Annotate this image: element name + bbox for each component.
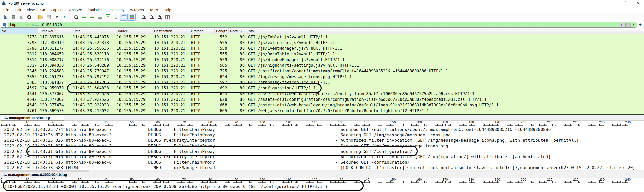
- zoom-normal-icon[interactable]: =: [156, 14, 163, 21]
- zoom-in-icon[interactable]: +: [140, 14, 147, 21]
- cell-length: 623: [215, 91, 229, 97]
- log-line[interactable]: 2022-02-10 11:43:31,616 http-nio-80-exec…: [0, 160, 644, 165]
- log-message: - Securing GET /img/message/message_icon…: [335, 132, 451, 138]
- cell-time: 11:43:37,922526: [71, 91, 115, 97]
- packet-row-3812[interactable]: 3812118.08465911:43:25,63011810.155.15.2…: [0, 51, 644, 57]
- menu-file[interactable]: File: [1, 8, 12, 12]
- cell-destination: 10.151.220.21: [152, 51, 189, 57]
- column-header-time[interactable]: Time: [71, 28, 115, 34]
- maximize-button[interactable]: [620, 0, 632, 6]
- save-file-icon[interactable]: [45, 14, 52, 21]
- capture-start-icon[interactable]: [2, 14, 9, 21]
- cell-time: 11:43:37,922526: [71, 97, 115, 102]
- packet-row-3793[interactable]: 3793117.98391911:43:25,52937810.155.15.2…: [0, 40, 644, 46]
- colorize-icon[interactable]: [128, 14, 136, 21]
- cell-protocol: HTTP: [189, 40, 215, 46]
- packet-row-3846[interactable]: 3846118.22458811:43:25,77004710.155.15.2…: [0, 68, 644, 74]
- packet-row-4761[interactable]: 4761130.66957311:43:38,21503210.155.15.2…: [0, 108, 644, 114]
- cell-portdst: 80: [229, 40, 246, 46]
- cell-timerel: 124.059379: [38, 85, 71, 91]
- wireshark-logo-icon: [2, 1, 6, 5]
- filter-bookmark-button[interactable]: [1, 22, 8, 27]
- log-line[interactable]: 2022-02-10 11:43:31,615 http-nio-80-exec…: [0, 149, 644, 154]
- apply-filter-button[interactable]: →: [625, 23, 631, 27]
- log-line[interactable]: 2022-02-10 11:43:25,825 http-nio-80-exec…: [0, 143, 644, 149]
- column-header-no[interactable]: No.: [0, 28, 38, 34]
- go-back-icon[interactable]: ←: [80, 14, 88, 21]
- open-file-icon[interactable]: [37, 14, 44, 21]
- column-header-destination[interactable]: Destination: [152, 28, 189, 34]
- menu-statistics[interactable]: Statistics: [85, 8, 105, 12]
- packet-row-4641[interactable]: 4641130.37706711:43:37,92252610.155.15.2…: [0, 91, 644, 97]
- cell-protocol: HTTP: [189, 51, 215, 57]
- display-filter-input[interactable]: http and ip.src == 10.155.15.29: [8, 23, 619, 27]
- column-header-info[interactable]: Info: [246, 28, 644, 34]
- log-line[interactable]: 2022-02-10 11:43:33,588 LMT#4INFOLockMan…: [0, 165, 644, 170]
- cell-timerel: 118.084659: [38, 51, 71, 57]
- packet-row-3863[interactable]: 3863118.56182711:43:26,10728610.155.15.2…: [0, 80, 644, 85]
- log-line[interactable]: 2022-02-10 11:43:31,615 http-nio-80-exec…: [0, 154, 644, 160]
- cell-time: 11:43:25,634176: [71, 57, 115, 63]
- packet-row-4597[interactable]: 4597124.05937911:43:31,60483810.155.15.2…: [0, 85, 644, 91]
- hscrollbar-thumb[interactable]: [0, 170, 89, 172]
- column-header-source[interactable]: Source: [115, 28, 152, 34]
- go-top-icon[interactable]: ↑: [104, 14, 112, 21]
- close-button[interactable]: ×: [632, 0, 644, 6]
- packet-row-4642[interactable]: 4642130.37706711:43:37,92252610.155.15.2…: [0, 97, 644, 102]
- packet-row-3778[interactable]: 3778117.89761611:43:25,44307510.155.15.2…: [0, 34, 644, 40]
- menu-analyze[interactable]: Analyze: [66, 8, 85, 12]
- column-header-timerel[interactable]: TimeRel: [38, 28, 71, 34]
- cell-time: 11:43:26,107286: [71, 80, 115, 85]
- go-forward-icon[interactable]: →: [88, 14, 96, 21]
- cell-timerel: 117.897616: [38, 34, 71, 40]
- go-to-packet-icon[interactable]: →: [96, 14, 104, 21]
- ruler-number: 150: [390, 178, 396, 181]
- service-log-hscrollbar[interactable]: [0, 170, 644, 172]
- packet-row-3855[interactable]: 3855118.25173311:43:25,79719210.155.15.2…: [0, 74, 644, 80]
- cell-destination: 10.151.220.21: [152, 80, 189, 85]
- packet-list: 3778117.89761611:43:25,44307510.155.15.2…: [0, 34, 644, 114]
- menu-edit[interactable]: Edit: [12, 8, 24, 12]
- menu-tools[interactable]: Tools: [147, 8, 161, 12]
- menu-help[interactable]: Help: [161, 8, 174, 12]
- filter-dropdown-arrow[interactable]: ▼: [632, 24, 637, 26]
- packet-row-3796[interactable]: 3796118.01117711:43:25,55663610.155.15.2…: [0, 46, 644, 51]
- find-packet-icon[interactable]: [72, 14, 80, 21]
- log-line[interactable]: 2022-02-10 11:43:25,822 http-nio-80-exec…: [0, 132, 644, 138]
- ruler-number: 140: [364, 178, 369, 181]
- capture-restart-icon[interactable]: [18, 14, 25, 21]
- log-level: DEBUG: [139, 154, 161, 160]
- log-timestamp: 2022-02-10 11:43:31,615 http-nio-80-exec…: [4, 149, 112, 154]
- capture-options-icon[interactable]: [26, 14, 33, 21]
- bookmark-icon: [3, 23, 6, 27]
- close-file-icon[interactable]: ×: [53, 14, 60, 21]
- cell-protocol: HTTP: [189, 57, 215, 63]
- reload-file-icon[interactable]: ↻: [61, 14, 68, 21]
- cell-time: 11:43:25,529378: [71, 40, 115, 46]
- tab-management-tomcat-log[interactable]: 1.. management-tomcat.2022-02-10.log: [0, 172, 70, 178]
- log-line[interactable]: 2022-02-10 11:43:25,774 http-nio-80-exec…: [0, 127, 644, 132]
- packet-row-3817[interactable]: 3817118.09483011:43:25,64028910.155.15.2…: [0, 63, 644, 68]
- resize-columns-icon[interactable]: [164, 14, 171, 21]
- packet-row-4643[interactable]: 4643130.37747411:43:37,92293310.155.15.2…: [0, 102, 644, 108]
- column-header-length[interactable]: Length: [215, 28, 229, 34]
- column-header-protocol[interactable]: Protocol: [189, 28, 215, 34]
- menu-view[interactable]: View: [24, 8, 37, 12]
- menu-go[interactable]: Go: [37, 8, 48, 12]
- column-header-portdst[interactable]: PortDST: [229, 28, 246, 34]
- packet-row-3814[interactable]: 3814118.08871711:43:25,63417610.155.15.2…: [0, 57, 644, 63]
- auto-scroll-icon[interactable]: [120, 14, 128, 21]
- go-bottom-icon[interactable]: ↓: [112, 14, 120, 21]
- menu-capture[interactable]: Capture: [48, 8, 66, 12]
- log-line[interactable]: 2022-02-10 11:43:25,825 http-nio-80-exec…: [0, 138, 644, 143]
- ruler-number: 220: [573, 178, 578, 181]
- add-filter-button[interactable]: +: [637, 22, 643, 28]
- log-line[interactable]: [10/Feb/2022:11:43:31 +0200] 10.155.15.2…: [5, 184, 328, 189]
- menu-wireless[interactable]: Wireless: [127, 8, 147, 12]
- clear-filter-button[interactable]: ×: [619, 23, 624, 27]
- zoom-out-icon[interactable]: −: [148, 14, 155, 21]
- capture-stop-icon[interactable]: [10, 14, 17, 21]
- tab-management-service-log[interactable]: 1.. management-service.log: [1, 115, 64, 121]
- menu-telephony[interactable]: Telephony: [105, 8, 127, 12]
- minimize-button[interactable]: [608, 0, 620, 6]
